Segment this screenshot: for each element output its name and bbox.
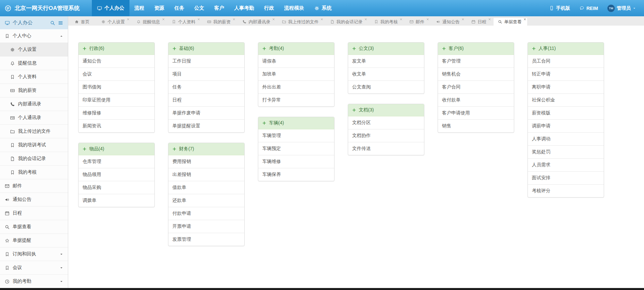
tab-document-view[interactable]: 单据查看 (494, 18, 527, 26)
nav-item-personal-office[interactable]: 个人办公 (92, 0, 129, 16)
menu-entry[interactable]: 借款单 (168, 181, 244, 194)
sidebar-item-subscriptions-receipts[interactable]: 订阅和回执 (0, 247, 68, 261)
nav-item-official-docs[interactable]: 公文 (189, 0, 209, 16)
menu-entry[interactable]: 人员需求 (528, 158, 604, 171)
menu-entry[interactable]: 调拨单 (79, 194, 154, 207)
menu-entry[interactable]: 奖惩处罚 (528, 145, 604, 158)
app-logo[interactable]: 北京一网天行OA管理系统 (0, 0, 85, 16)
nav-item-administration[interactable]: 行政 (259, 0, 279, 16)
tab-my-assessment[interactable]: 我的考核 (370, 18, 403, 26)
card-header-administration[interactable]: 行政(6) (79, 43, 154, 55)
tab-my-chat-records[interactable]: 我的会话记录 (326, 18, 368, 26)
sidebar-item-reminder-info[interactable]: 提醒信息 (0, 57, 68, 70)
tab-internal-contacts[interactable]: 内部通讯录 (238, 18, 276, 26)
menu-entry[interactable]: 车辆管理 (258, 129, 334, 142)
reim-button[interactable]: REIM (579, 6, 598, 11)
nav-item-workflow[interactable]: 流程 (129, 0, 149, 16)
sidebar-item-document-view[interactable]: 单据查看 (0, 220, 68, 234)
sidebar-item-my-chat-records[interactable]: 我的会话记录 (0, 152, 68, 166)
menu-entry[interactable]: 车辆保养 (258, 168, 334, 181)
sidebar-item-my-attendance[interactable]: 我的考勤 (0, 275, 68, 288)
menu-entry[interactable]: 客户管理 (438, 55, 514, 68)
sidebar-item-meetings[interactable]: 会议 (0, 261, 68, 275)
menu-entry[interactable]: 销售 (438, 119, 514, 132)
nav-item-hr-attendance[interactable]: 人事考勤 (229, 0, 259, 16)
close-icon[interactable] (524, 18, 526, 21)
menu-entry[interactable]: 物品采购 (79, 181, 154, 194)
close-icon[interactable] (488, 18, 491, 21)
sidebar-item-announcements[interactable]: 通知公告 (0, 193, 68, 207)
sidebar-item-personal-settings[interactable]: 个人设置 (0, 43, 68, 57)
sidebar-item-my-salary[interactable]: 我的薪资 (0, 84, 68, 97)
menu-entry[interactable]: 付款申请 (168, 207, 244, 220)
nav-item-tasks[interactable]: 任务 (169, 0, 189, 16)
tab-personal-profile[interactable]: 个人资料 (167, 18, 201, 26)
menu-entry[interactable]: 物品领用 (79, 168, 154, 181)
menu-entry[interactable]: 文档协作 (348, 129, 424, 142)
menu-entry[interactable]: 加班单 (258, 68, 334, 80)
sidebar-item-personal-profile[interactable]: 个人资料 (0, 70, 68, 84)
card-header-attendance[interactable]: 考勤(4) (258, 43, 334, 55)
menu-entry[interactable]: 离职申请 (528, 80, 604, 93)
tab-schedule[interactable]: 日程 (467, 18, 492, 26)
close-icon[interactable] (321, 18, 323, 21)
menu-entry[interactable]: 客户合同 (438, 80, 514, 93)
menu-entry[interactable]: 任务 (168, 80, 244, 93)
menu-entry[interactable]: 请假条 (258, 55, 334, 68)
menu-entry[interactable]: 发票管理 (168, 233, 244, 246)
menu-entry[interactable]: 发文单 (348, 55, 424, 68)
menu-entry[interactable]: 单据提醒设置 (168, 119, 244, 132)
menu-entry[interactable]: 出差报销 (168, 168, 244, 181)
close-icon[interactable] (162, 18, 165, 21)
menu-entry[interactable]: 外出出差 (258, 80, 334, 93)
close-icon[interactable] (400, 18, 402, 21)
card-header-document[interactable]: 文档(3) (348, 104, 424, 116)
sidebar-item-my-training-exams[interactable]: 我的培训考试 (0, 138, 68, 152)
menu-entry[interactable]: 会议 (79, 68, 154, 80)
menu-entry[interactable]: 收文单 (348, 68, 424, 80)
close-icon[interactable] (364, 18, 367, 21)
sidebar-item-schedule[interactable]: 日程 (0, 207, 68, 220)
search-icon[interactable] (50, 20, 55, 26)
card-header-hr[interactable]: 人事(11) (528, 43, 604, 55)
sidebar-item-my-assessment[interactable]: 我的考核 (0, 166, 68, 179)
nav-item-system[interactable]: 系统 (309, 0, 337, 16)
nav-item-workflow-module[interactable]: 流程模块 (279, 0, 309, 16)
collapse-menu-icon[interactable] (58, 20, 63, 26)
menu-entry[interactable]: 还款单 (168, 194, 244, 207)
menu-entry[interactable]: 考核评分 (528, 184, 604, 197)
close-icon[interactable] (462, 18, 464, 21)
menu-entry[interactable]: 面试安排 (528, 171, 604, 184)
menu-entry[interactable]: 通知公告 (79, 55, 154, 68)
menu-entry[interactable]: 客户申请使用 (438, 106, 514, 119)
menu-entry[interactable]: 新闻资讯 (79, 119, 154, 132)
card-header-basic[interactable]: 基础(6) (168, 43, 244, 55)
tab-my-salary[interactable]: 我的薪资 (203, 18, 236, 26)
menu-entry[interactable]: 文档分区 (348, 116, 424, 129)
menu-entry[interactable]: 图书借阅 (79, 80, 154, 93)
tab-reminder-info[interactable]: 提醒信息 (132, 18, 166, 26)
close-icon[interactable] (233, 18, 235, 21)
sidebar-item-mail[interactable]: 邮件 (0, 179, 68, 193)
menu-entry[interactable]: 单据作废申请 (168, 106, 244, 119)
card-header-vehicle[interactable]: 车辆(4) (258, 117, 334, 129)
sidebar-item-personal-center[interactable]: 个人中心 (0, 29, 68, 43)
menu-entry[interactable]: 车辆预定 (258, 142, 334, 155)
tab-home[interactable]: 首页 (70, 18, 95, 26)
menu-entry[interactable]: 员工合同 (528, 55, 604, 68)
nav-item-customers[interactable]: 客户 (209, 0, 229, 16)
close-icon[interactable] (426, 18, 429, 21)
card-header-finance[interactable]: 财务(7) (168, 143, 244, 155)
sidebar-item-document-reminder[interactable]: 单据提醒 (0, 234, 68, 247)
nav-item-resources[interactable]: 资源 (149, 0, 169, 16)
tab-personal-settings[interactable]: 个人设置 (97, 18, 130, 26)
menu-entry[interactable]: 日程 (168, 93, 244, 106)
tab-mail[interactable]: 邮件 (405, 18, 430, 26)
menu-entry[interactable]: 仓库管理 (79, 155, 154, 168)
menu-entry[interactable]: 工作日报 (168, 55, 244, 68)
menu-entry[interactable]: 维修报修 (79, 106, 154, 119)
menu-entry[interactable]: 开票申请 (168, 220, 244, 233)
tab-announcements[interactable]: 通知公告 (432, 18, 465, 26)
tab-my-uploaded-files[interactable]: 我上传过的文件 (278, 18, 324, 26)
menu-entry[interactable]: 收付款单 (438, 93, 514, 106)
